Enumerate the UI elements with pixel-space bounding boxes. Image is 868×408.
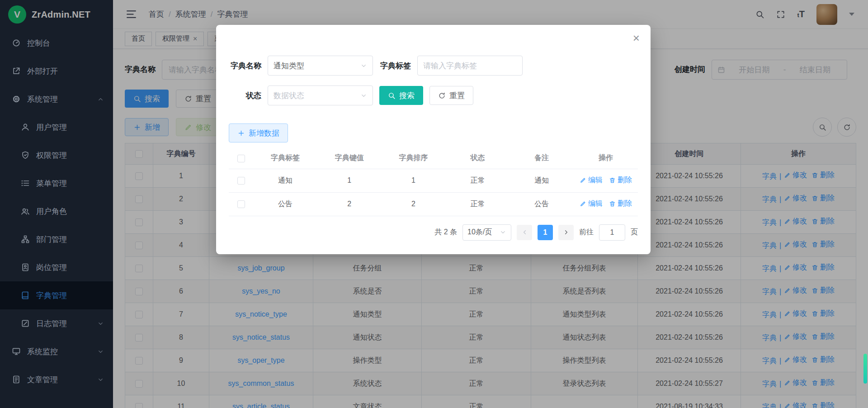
pagination-total: 共 2 条	[434, 228, 457, 237]
cell-remark: 通知	[509, 169, 574, 192]
cell-tag: 公告	[253, 192, 317, 216]
table-header-row: 字典标签 字典键值 字典排序 状态 备注 操作	[229, 148, 638, 169]
chevron-down-icon	[360, 92, 367, 99]
trash-icon	[609, 200, 616, 207]
selected-value: 通知类型	[274, 61, 304, 71]
cell-status: 正常	[445, 192, 509, 216]
goto-label: 前往	[579, 228, 594, 237]
next-page-button[interactable]	[558, 225, 574, 240]
row-checkbox[interactable]	[237, 200, 245, 208]
header-status: 状态	[445, 148, 509, 169]
chevron-down-icon	[360, 62, 367, 69]
row-checkbox[interactable]	[237, 177, 245, 185]
cell-value: 2	[317, 192, 382, 216]
data-status-select[interactable]: 数据状态	[268, 85, 373, 105]
dialog-reset-button[interactable]: 重置	[429, 86, 473, 105]
op-edit-link[interactable]: 编辑	[580, 199, 603, 209]
page-1-button[interactable]: 1	[538, 225, 553, 240]
search-icon	[388, 92, 396, 100]
cell-tag: 通知	[253, 169, 317, 192]
cell-status: 正常	[445, 169, 509, 192]
dict-data-table: 字典标签 字典键值 字典排序 状态 备注 操作 通知 1 1 正常 通知 编辑删…	[229, 148, 638, 216]
refresh-icon	[438, 92, 446, 100]
close-icon[interactable]: ×	[633, 32, 640, 44]
dialog-dict-name-label: 字典名称	[229, 61, 261, 71]
input-placeholder: 请输入字典标签	[423, 61, 477, 71]
trash-icon	[609, 177, 616, 184]
select-all-checkbox[interactable]	[237, 155, 245, 162]
pencil-icon	[580, 177, 586, 184]
table-row: 公告 2 2 正常 公告 编辑删除	[229, 192, 638, 216]
header-ops: 操作	[574, 148, 638, 169]
scrollbar-thumb[interactable]	[863, 354, 867, 384]
pagination: 共 2 条 10条/页 1 前往 1 页	[229, 224, 638, 241]
cell-value: 1	[317, 169, 382, 192]
page-suffix: 页	[631, 228, 638, 237]
plus-icon	[237, 129, 245, 137]
cell-remark: 公告	[509, 192, 574, 216]
goto-page-input[interactable]: 1	[599, 224, 625, 241]
cell-sort: 2	[382, 192, 446, 216]
cell-sort: 1	[382, 169, 446, 192]
page-size-select[interactable]: 10条/页	[462, 224, 511, 241]
dict-name-select[interactable]: 通知类型	[268, 56, 373, 76]
header-sort: 字典排序	[382, 148, 446, 169]
header-tag: 字典标签	[253, 148, 317, 169]
op-delete-link[interactable]: 删除	[609, 176, 632, 185]
dialog-status-label: 状态	[229, 90, 261, 101]
dict-tag-input[interactable]: 请输入字典标签	[417, 56, 523, 76]
pencil-icon	[580, 200, 586, 207]
select-placeholder: 数据状态	[274, 90, 304, 101]
table-row: 通知 1 1 正常 通知 编辑删除	[229, 169, 638, 192]
chevron-down-icon	[500, 229, 506, 236]
dialog-dict-tag-label: 字典标签	[380, 61, 411, 71]
header-value: 字典键值	[317, 148, 382, 169]
dict-data-body: 通知 1 1 正常 通知 编辑删除 公告 2 2 正常 公告	[229, 169, 638, 216]
chevron-left-icon	[521, 229, 528, 236]
chevron-right-icon	[563, 229, 570, 236]
op-edit-link[interactable]: 编辑	[580, 176, 603, 185]
dialog-search-button[interactable]: 搜索	[379, 86, 423, 105]
header-remark: 备注	[509, 148, 574, 169]
op-delete-link[interactable]: 删除	[609, 199, 632, 209]
dict-data-dialog: × 字典名称 通知类型 字典标签 请输入字典标签 状态 数据状态 搜索	[216, 25, 651, 254]
add-data-button[interactable]: 新增数据	[229, 123, 288, 142]
prev-page-button[interactable]	[517, 225, 532, 240]
